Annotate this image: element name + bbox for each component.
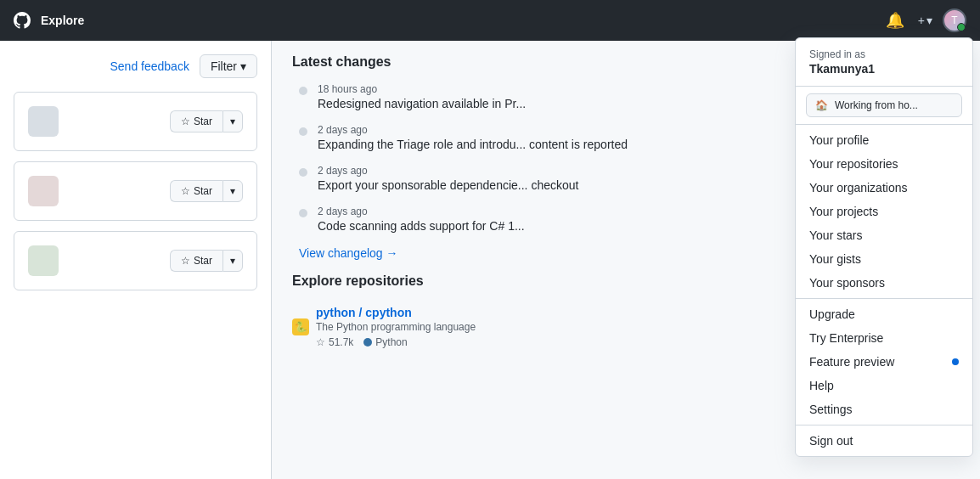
star-label: Star <box>194 116 212 127</box>
star-count: 51.7k <box>329 336 353 348</box>
your-stars-item[interactable]: Your stars <box>796 223 972 247</box>
plus-icon: + <box>918 14 925 27</box>
your-profile-item[interactable]: Your profile <box>796 128 972 152</box>
repo-card: ☆ Star ▾ <box>14 231 257 290</box>
github-logo <box>14 12 31 29</box>
repo-avatar <box>28 176 59 206</box>
explore-repo-stats: ☆ 51.7k Python <box>316 336 476 348</box>
star-button-group: ☆ Star ▾ <box>170 180 243 202</box>
star-icon: ☆ <box>181 255 190 267</box>
star-button-group: ☆ Star ▾ <box>170 250 243 272</box>
repo-card-left <box>28 106 69 137</box>
change-text: Code scanning adds support for C# 1... <box>318 219 525 233</box>
repo-card: ☆ Star ▾ <box>14 92 257 151</box>
sign-out-item[interactable]: Sign out <box>796 429 972 453</box>
explore-repo-desc: The Python programming language <box>316 321 476 333</box>
change-body: 2 days ago Export your sponsorable depen… <box>318 165 578 192</box>
explore-link[interactable]: Explore <box>41 14 84 27</box>
change-dot <box>299 209 307 217</box>
repo-card: ☆ Star ▾ <box>14 161 257 221</box>
left-sidebar: Send feedback Filter ▾ ☆ Star ▾ <box>0 41 272 479</box>
filter-label: Filter <box>211 59 237 73</box>
change-dot <box>299 127 307 136</box>
user-dropdown-menu: Signed in as Tkamunya1 🏠 Working from ho… <box>795 37 973 457</box>
change-body: 2 days ago Code scanning adds support fo… <box>318 206 525 233</box>
filter-button[interactable]: Filter ▾ <box>200 54 257 78</box>
filter-bar: Send feedback Filter ▾ <box>14 54 257 78</box>
language-label: Python <box>375 336 407 348</box>
repo-language-stat: Python <box>363 336 407 348</box>
change-time: 2 days ago <box>318 206 525 217</box>
star-icon: ☆ <box>181 185 190 197</box>
dropdown-tools-section: Upgrade Try Enterprise Feature preview H… <box>796 299 972 425</box>
status-button[interactable]: 🏠 Working from ho... <box>806 93 962 117</box>
explore-repo-name[interactable]: python / cpython <box>316 306 476 319</box>
change-body: 18 hours ago Redesigned navigation avail… <box>318 83 526 110</box>
create-new-button[interactable]: + ▾ <box>918 14 932 27</box>
repo-card-left <box>28 245 69 276</box>
repo-card-left <box>28 176 69 206</box>
feature-preview-dot <box>952 358 959 365</box>
status-text: Working from ho... <box>835 99 918 111</box>
star-button[interactable]: ☆ Star <box>170 250 222 272</box>
dropdown-status-section: 🏠 Working from ho... <box>796 87 972 125</box>
star-icon: ☆ <box>181 116 190 127</box>
your-sponsors-item[interactable]: Your sponsors <box>796 271 972 295</box>
dropdown-signout-section: Sign out <box>796 425 972 456</box>
star-icon-small: ☆ <box>316 336 325 348</box>
your-projects-item[interactable]: Your projects <box>796 200 972 223</box>
help-item[interactable]: Help <box>796 374 972 397</box>
repo-stars-stat: ☆ 51.7k <box>316 336 353 348</box>
star-dropdown-button[interactable]: ▾ <box>222 110 243 132</box>
try-enterprise-item[interactable]: Try Enterprise <box>796 326 972 350</box>
repo-owner-icon: 🐍 <box>292 318 309 335</box>
notification-icon[interactable]: 🔔 <box>882 8 908 33</box>
star-label: Star <box>194 255 212 267</box>
star-button[interactable]: ☆ Star <box>170 180 222 202</box>
change-dot <box>299 87 307 95</box>
settings-item[interactable]: Settings <box>796 397 972 421</box>
language-dot <box>363 338 372 347</box>
star-dropdown-button[interactable]: ▾ <box>222 250 243 272</box>
star-label: Star <box>194 185 212 197</box>
explore-repo-details: python / cpython The Python programming … <box>316 306 476 348</box>
star-button-group: ☆ Star ▾ <box>170 110 243 132</box>
change-body: 2 days ago Expanding the Triage role and… <box>318 124 628 151</box>
change-text: Expanding the Triage role and introdu...… <box>318 138 628 151</box>
signed-in-label: Signed in as <box>809 48 959 60</box>
dropdown-profile-section: Your profile Your repositories Your orga… <box>796 125 972 299</box>
change-time: 2 days ago <box>318 124 628 136</box>
your-repositories-item[interactable]: Your repositories <box>796 152 972 176</box>
repo-avatar <box>28 245 59 276</box>
send-feedback-link[interactable]: Send feedback <box>110 59 189 73</box>
star-button[interactable]: ☆ Star <box>170 110 222 132</box>
dropdown-header: Signed in as Tkamunya1 <box>796 38 972 87</box>
your-gists-item[interactable]: Your gists <box>796 247 972 271</box>
change-time: 18 hours ago <box>318 83 526 95</box>
navbar: Explore 🔔 + ▾ T Signed in as Tkamunya1 🏠… <box>0 0 980 41</box>
upgrade-item[interactable]: Upgrade <box>796 302 972 326</box>
avatar[interactable]: T <box>943 8 966 32</box>
change-text: Export your sponsorable dependencie... c… <box>318 178 578 192</box>
plus-chevron-icon: ▾ <box>926 14 932 27</box>
your-organizations-item[interactable]: Your organizations <box>796 176 972 200</box>
feature-preview-item[interactable]: Feature preview <box>796 350 972 374</box>
change-time: 2 days ago <box>318 165 578 177</box>
star-dropdown-button[interactable]: ▾ <box>222 180 243 202</box>
repo-avatar <box>28 106 59 137</box>
dropdown-username: Tkamunya1 <box>809 62 959 76</box>
change-text: Redesigned navigation available in Pr... <box>318 97 526 110</box>
filter-chevron-icon: ▾ <box>240 59 246 73</box>
feature-preview-label: Feature preview <box>809 355 894 369</box>
status-icon: 🏠 <box>815 99 828 111</box>
change-dot <box>299 168 307 177</box>
